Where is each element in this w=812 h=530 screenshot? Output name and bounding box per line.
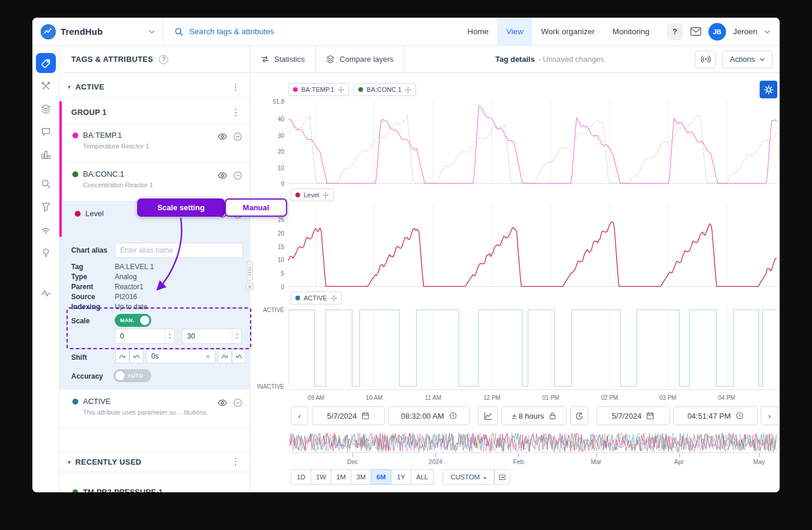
shift-mean-right-icon[interactable] [232, 349, 246, 363]
global-search[interactable] [164, 26, 341, 37]
gear-icon [764, 85, 774, 95]
custom-interval-button[interactable] [494, 469, 510, 485]
panel-resize-handle[interactable] [247, 261, 253, 281]
visibility-eye-icon[interactable] [218, 399, 227, 406]
broadcast-button[interactable] [695, 51, 716, 68]
end-time-button[interactable]: 04:51:47 PM [673, 406, 758, 425]
shift-mean-left-icon[interactable] [218, 349, 232, 363]
start-time-button[interactable]: 08:32:00 AM [388, 406, 470, 425]
prev-time-button[interactable]: ‹ [291, 406, 308, 425]
visibility-eye-icon[interactable] [218, 172, 227, 179]
shift-value-input[interactable]: 0s × [146, 349, 215, 363]
remove-minus-icon[interactable] [233, 398, 242, 408]
group-header[interactable]: GROUP 1 ⋮ [59, 101, 249, 124]
kebab-menu-icon[interactable]: ⋮ [228, 455, 244, 468]
y-tick: 0 [250, 284, 284, 290]
chevron-down-icon[interactable]: ▾ [68, 459, 71, 465]
remove-minus-icon[interactable] [233, 171, 242, 180]
legend-chip-active[interactable]: ACTIVE [291, 292, 342, 304]
recent-tag-item[interactable]: TM-PR2-PRESSURE-1 [59, 483, 249, 492]
zoom-1y-button[interactable]: 1Y [391, 469, 411, 485]
context-overview-strip[interactable] [289, 432, 777, 453]
end-date-button[interactable]: 5/7/2024 [597, 406, 670, 425]
actions-button[interactable]: Actions [722, 51, 773, 68]
rail-live-data[interactable] [36, 220, 56, 240]
move-icon[interactable] [331, 295, 337, 302]
annotation-scale-setting: Scale setting [137, 198, 225, 217]
clear-x-icon[interactable]: × [205, 352, 210, 361]
rail-monitors[interactable] [36, 283, 56, 303]
move-icon[interactable] [322, 192, 329, 198]
legend-chip-level[interactable]: Level [291, 188, 334, 201]
zoom-1m-button[interactable]: 1M [331, 469, 351, 485]
rail-recommendations[interactable] [36, 243, 56, 263]
chevron-down-icon[interactable]: ▾ [68, 84, 71, 90]
y-tick: 20 [250, 230, 284, 237]
duration-button[interactable]: ± 8 hours [501, 406, 567, 425]
help-button[interactable]: ? [667, 24, 683, 40]
user-name[interactable]: Jeroen [733, 27, 757, 36]
tag-item-ba-conc-1[interactable]: BA:CONC.1 Concentration Reactor 1 [59, 163, 249, 201]
zoom-6m-button[interactable]: 6M [371, 469, 391, 485]
active-section-header[interactable]: ▾ ACTIVE ⋮ [59, 77, 249, 98]
start-date-button[interactable]: 5/7/2024 [312, 406, 385, 425]
shift-right-icon[interactable] [129, 349, 144, 363]
rail-tags-attributes[interactable] [36, 53, 56, 73]
tag-item-ba-temp-1[interactable]: BA:TEMP.1 Temperature Reactor 1 [59, 124, 249, 163]
analog-chart-level[interactable] [288, 203, 777, 287]
rail-tools[interactable] [36, 76, 56, 96]
series-color-dot [358, 87, 363, 92]
tag-item-active[interactable]: ACTIVE This attribute uses parameter su…… [59, 390, 249, 429]
remove-minus-icon[interactable] [233, 132, 242, 141]
avatar[interactable]: JB [708, 23, 726, 41]
mail-icon[interactable] [690, 27, 701, 36]
workspace-caret-icon[interactable] [149, 30, 155, 34]
panel-help-icon[interactable]: ? [159, 55, 168, 64]
nav-monitoring[interactable]: Monitoring [604, 18, 658, 46]
rail-filters[interactable] [36, 197, 56, 217]
accuracy-auto-toggle[interactable]: AUTO [114, 369, 151, 382]
lightbulb-icon [41, 247, 51, 258]
panel-collapse-button[interactable]: × [246, 283, 254, 291]
zoom-1w-button[interactable]: 1W [311, 469, 331, 485]
kebab-menu-icon[interactable]: ⋮ [228, 81, 244, 94]
next-time-button[interactable]: › [761, 406, 778, 425]
statistics-tab[interactable]: Statistics [250, 46, 316, 72]
trend-view-button[interactable] [478, 406, 498, 425]
search-input[interactable] [188, 26, 341, 37]
recently-used-header[interactable]: ▾ RECENTLY USED ⋮ [59, 451, 249, 472]
zoom-all-button[interactable]: ALL [411, 469, 434, 485]
tools-icon [41, 81, 51, 91]
actions-label: Actions [730, 55, 755, 64]
rail-dashboards[interactable] [36, 145, 56, 165]
rail-comments[interactable] [36, 122, 56, 142]
zoom-custom-button[interactable]: CUSTOM ▴ [442, 469, 494, 485]
field-label: Parent [71, 283, 93, 291]
statistics-label: Statistics [274, 55, 305, 64]
visibility-eye-icon[interactable] [218, 133, 227, 140]
recently-used-label: RECENTLY USED [75, 458, 141, 466]
clock-icon [736, 412, 744, 420]
analog-chart-temp-conc[interactable] [288, 100, 777, 184]
user-menu-caret-icon[interactable] [764, 30, 770, 34]
digital-chart-active[interactable] [288, 306, 777, 390]
compare-layers-tab[interactable]: Compare layers [316, 46, 404, 72]
legend-chip-ba-conc-1[interactable]: BA:CONC.1 [354, 83, 416, 96]
move-icon[interactable] [338, 87, 344, 93]
legend-chip-ba-temp-1[interactable]: BA:TEMP.1 [288, 83, 349, 96]
rail-layers[interactable] [36, 99, 56, 119]
active-section-label: ACTIVE [75, 82, 104, 91]
nav-home[interactable]: Home [458, 18, 497, 46]
history-button[interactable] [570, 406, 588, 425]
rail-search[interactable] [36, 174, 56, 194]
chart-settings-button[interactable] [760, 81, 777, 98]
y-tick: 40 [250, 116, 284, 122]
kebab-menu-icon[interactable]: ⋮ [228, 106, 244, 119]
shift-left-icon[interactable] [115, 349, 129, 363]
zoom-3m-button[interactable]: 3M [351, 469, 371, 485]
move-icon[interactable] [405, 87, 411, 93]
zoom-1d-button[interactable]: 1D [291, 469, 311, 485]
end-date-value: 5/7/2024 [612, 412, 642, 420]
nav-work-organizer[interactable]: Work organizer [532, 18, 603, 46]
nav-view[interactable]: View [497, 18, 532, 46]
